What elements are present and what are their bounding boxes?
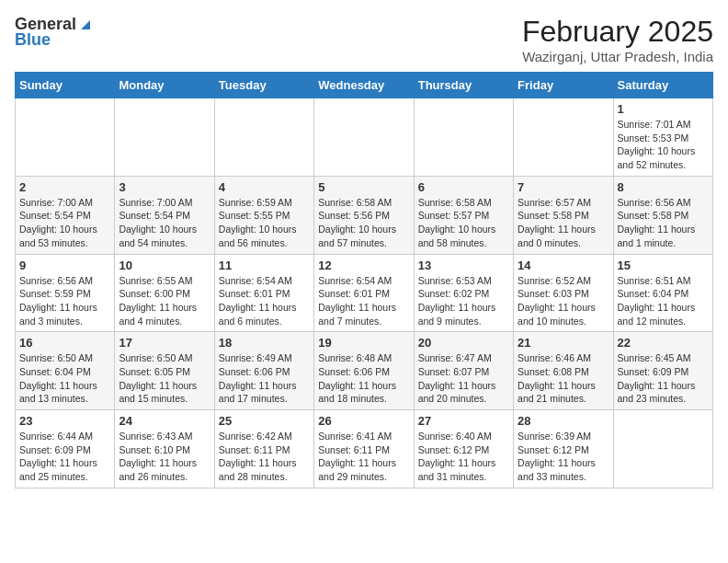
calendar-cell: 8Sunrise: 6:56 AM Sunset: 5:58 PM Daylig… (613, 176, 712, 254)
calendar-week-row: 1Sunrise: 7:01 AM Sunset: 5:53 PM Daylig… (16, 98, 713, 177)
day-info: Sunrise: 6:46 AM Sunset: 6:08 PM Dayligh… (518, 351, 609, 406)
day-number: 22 (618, 336, 709, 350)
calendar-cell (414, 98, 513, 177)
calendar-cell: 14Sunrise: 6:52 AM Sunset: 6:03 PM Dayli… (514, 254, 613, 332)
calendar-cell: 17Sunrise: 6:50 AM Sunset: 6:05 PM Dayli… (115, 332, 214, 410)
calendar-cell: 7Sunrise: 6:57 AM Sunset: 5:58 PM Daylig… (514, 176, 613, 254)
day-info: Sunrise: 6:52 AM Sunset: 6:03 PM Dayligh… (518, 274, 609, 328)
day-number: 16 (19, 336, 110, 350)
day-info: Sunrise: 6:44 AM Sunset: 6:09 PM Dayligh… (19, 430, 110, 484)
calendar-cell: 19Sunrise: 6:48 AM Sunset: 6:06 PM Dayli… (314, 332, 414, 410)
day-info: Sunrise: 6:40 AM Sunset: 6:12 PM Dayligh… (418, 430, 509, 484)
month-title: February 2025 (522, 15, 713, 49)
day-number: 8 (618, 180, 709, 194)
logo: General Blue (15, 15, 94, 50)
day-info: Sunrise: 6:53 AM Sunset: 6:02 PM Dayligh… (418, 274, 509, 328)
weekday-header: Sunday (16, 73, 115, 98)
day-info: Sunrise: 6:54 AM Sunset: 6:01 PM Dayligh… (318, 274, 409, 328)
day-info: Sunrise: 6:55 AM Sunset: 6:00 PM Dayligh… (119, 274, 210, 328)
calendar-cell: 18Sunrise: 6:49 AM Sunset: 6:06 PM Dayli… (214, 332, 313, 410)
day-info: Sunrise: 6:56 AM Sunset: 5:59 PM Dayligh… (19, 274, 110, 328)
calendar-cell: 23Sunrise: 6:44 AM Sunset: 6:09 PM Dayli… (16, 410, 115, 488)
calendar-cell: 16Sunrise: 6:50 AM Sunset: 6:04 PM Dayli… (16, 332, 115, 410)
calendar-cell: 26Sunrise: 6:41 AM Sunset: 6:11 PM Dayli… (314, 410, 414, 488)
day-number: 20 (418, 336, 509, 350)
calendar-week-row: 2Sunrise: 7:00 AM Sunset: 5:54 PM Daylig… (16, 176, 713, 254)
title-block: February 2025 Wazirganj, Uttar Pradesh, … (522, 15, 713, 64)
calendar-cell: 5Sunrise: 6:58 AM Sunset: 5:56 PM Daylig… (314, 176, 414, 254)
calendar-cell (115, 98, 214, 177)
weekday-header: Wednesday (314, 73, 414, 98)
day-number: 11 (219, 259, 310, 272)
calendar-cell: 15Sunrise: 6:51 AM Sunset: 6:04 PM Dayli… (613, 254, 712, 332)
day-number: 4 (219, 180, 310, 194)
day-info: Sunrise: 7:01 AM Sunset: 5:53 PM Dayligh… (618, 118, 709, 172)
day-number: 7 (518, 180, 609, 194)
day-info: Sunrise: 6:39 AM Sunset: 6:12 PM Dayligh… (518, 430, 609, 484)
calendar-cell (613, 410, 712, 488)
calendar-cell: 1Sunrise: 7:01 AM Sunset: 5:53 PM Daylig… (613, 98, 712, 177)
calendar-cell (514, 98, 613, 177)
day-number: 24 (119, 414, 210, 428)
weekday-header: Friday (514, 73, 613, 98)
day-info: Sunrise: 6:41 AM Sunset: 6:11 PM Dayligh… (318, 430, 409, 484)
day-number: 12 (318, 259, 409, 272)
weekday-header: Thursday (414, 73, 513, 98)
calendar-cell: 12Sunrise: 6:54 AM Sunset: 6:01 PM Dayli… (314, 254, 414, 332)
day-info: Sunrise: 6:58 AM Sunset: 5:56 PM Dayligh… (318, 196, 409, 250)
day-number: 3 (119, 180, 210, 194)
calendar-cell (16, 98, 115, 177)
calendar-week-row: 9Sunrise: 6:56 AM Sunset: 5:59 PM Daylig… (16, 254, 713, 332)
page-header: General Blue February 2025 Wazirganj, Ut… (15, 15, 713, 64)
calendar-cell: 3Sunrise: 7:00 AM Sunset: 5:54 PM Daylig… (115, 176, 214, 254)
weekday-header: Monday (115, 73, 214, 98)
calendar-week-row: 23Sunrise: 6:44 AM Sunset: 6:09 PM Dayli… (16, 410, 713, 488)
day-number: 6 (418, 180, 509, 194)
day-number: 2 (19, 180, 110, 194)
day-number: 26 (318, 414, 409, 428)
calendar-cell: 4Sunrise: 6:59 AM Sunset: 5:55 PM Daylig… (214, 176, 313, 254)
calendar-week-row: 16Sunrise: 6:50 AM Sunset: 6:04 PM Dayli… (16, 332, 713, 410)
calendar-cell: 9Sunrise: 6:56 AM Sunset: 5:59 PM Daylig… (16, 254, 115, 332)
calendar-cell: 22Sunrise: 6:45 AM Sunset: 6:09 PM Dayli… (613, 332, 712, 410)
day-number: 17 (119, 336, 210, 350)
location-text: Wazirganj, Uttar Pradesh, India (522, 49, 713, 64)
day-number: 25 (219, 414, 310, 428)
calendar-cell: 2Sunrise: 7:00 AM Sunset: 5:54 PM Daylig… (16, 176, 115, 254)
day-info: Sunrise: 6:58 AM Sunset: 5:57 PM Dayligh… (418, 196, 509, 250)
calendar-cell: 10Sunrise: 6:55 AM Sunset: 6:00 PM Dayli… (115, 254, 214, 332)
svg-marker-0 (81, 20, 90, 29)
day-info: Sunrise: 6:43 AM Sunset: 6:10 PM Dayligh… (119, 430, 210, 484)
day-number: 5 (318, 180, 409, 194)
day-number: 19 (318, 336, 409, 350)
day-number: 15 (618, 259, 709, 272)
day-number: 9 (19, 259, 110, 272)
calendar-cell: 28Sunrise: 6:39 AM Sunset: 6:12 PM Dayli… (514, 410, 613, 488)
day-info: Sunrise: 7:00 AM Sunset: 5:54 PM Dayligh… (119, 196, 210, 250)
day-number: 14 (518, 259, 609, 272)
day-number: 27 (418, 414, 509, 428)
day-number: 21 (518, 336, 609, 350)
logo-triangle-icon (77, 17, 94, 33)
logo-blue-text: Blue (15, 30, 51, 50)
calendar-cell: 25Sunrise: 6:42 AM Sunset: 6:11 PM Dayli… (214, 410, 313, 488)
day-info: Sunrise: 6:57 AM Sunset: 5:58 PM Dayligh… (518, 196, 609, 250)
calendar-cell: 21Sunrise: 6:46 AM Sunset: 6:08 PM Dayli… (514, 332, 613, 410)
day-number: 10 (119, 259, 210, 272)
calendar-cell: 6Sunrise: 6:58 AM Sunset: 5:57 PM Daylig… (414, 176, 513, 254)
calendar-cell: 13Sunrise: 6:53 AM Sunset: 6:02 PM Dayli… (414, 254, 513, 332)
day-info: Sunrise: 6:49 AM Sunset: 6:06 PM Dayligh… (219, 351, 310, 406)
day-info: Sunrise: 6:51 AM Sunset: 6:04 PM Dayligh… (618, 274, 709, 328)
calendar-cell (314, 98, 414, 177)
calendar-header-row: SundayMondayTuesdayWednesdayThursdayFrid… (16, 73, 713, 98)
day-info: Sunrise: 6:42 AM Sunset: 6:11 PM Dayligh… (219, 430, 310, 484)
day-info: Sunrise: 6:47 AM Sunset: 6:07 PM Dayligh… (418, 351, 509, 406)
day-number: 18 (219, 336, 310, 350)
day-info: Sunrise: 6:56 AM Sunset: 5:58 PM Dayligh… (618, 196, 709, 250)
weekday-header: Saturday (613, 73, 712, 98)
day-number: 28 (518, 414, 609, 428)
day-info: Sunrise: 7:00 AM Sunset: 5:54 PM Dayligh… (19, 196, 110, 250)
day-number: 13 (418, 259, 509, 272)
day-info: Sunrise: 6:48 AM Sunset: 6:06 PM Dayligh… (318, 351, 409, 406)
calendar-cell (214, 98, 313, 177)
